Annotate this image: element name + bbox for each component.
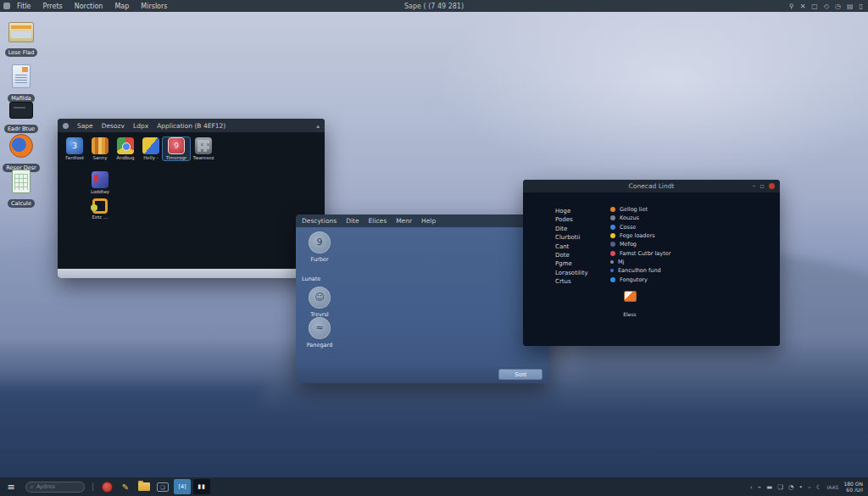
app-item-fantlost[interactable]: 3 Fantlost xyxy=(61,137,88,160)
taskbar-pause-button[interactable]: ▮▮ xyxy=(193,479,210,494)
category-item[interactable]: Lorasotility xyxy=(555,269,588,277)
menubar-item-mirslors[interactable]: Mirslors xyxy=(141,3,167,10)
spreadsheet-icon xyxy=(12,170,31,193)
wallpaper-glow xyxy=(434,12,868,184)
maximize-icon[interactable]: ▫ xyxy=(760,182,765,190)
app-item-loddtay[interactable]: Loddtay xyxy=(86,171,114,194)
app-menu-button[interactable]: ≡ xyxy=(0,477,22,496)
app-item-sanny[interactable]: Sanny xyxy=(86,137,114,160)
link-icon[interactable]: ⌁ xyxy=(758,483,762,491)
window1-menu-application[interactable]: Application (B 4EF12) xyxy=(157,122,225,130)
status-dot-icon xyxy=(610,242,615,247)
desktop-icon-mafilda[interactable]: Mafilda xyxy=(0,64,42,106)
option-item[interactable]: Eanculhon fund xyxy=(610,266,670,275)
app-item-twaresez[interactable]: Twaresez xyxy=(190,137,217,160)
window1-menu-sape[interactable]: Sape xyxy=(77,122,93,130)
window-icon[interactable]: ▢ xyxy=(811,3,818,10)
search-input[interactable] xyxy=(36,483,75,490)
taskbar-app-viewer[interactable]: ❑ xyxy=(155,479,170,494)
taskbar-clock[interactable]: 180 ON 60 /U/l xyxy=(843,481,863,493)
night-icon[interactable]: ☾ xyxy=(816,483,822,491)
settings-item-trevrsl[interactable]: ☺ Trevrsl xyxy=(298,287,342,318)
keyboard-icon[interactable]: ▤ xyxy=(847,3,854,10)
dash-icon[interactable]: – xyxy=(808,483,811,491)
close-icon[interactable] xyxy=(769,183,775,189)
desktop-icon-lese-flad[interactable]: Lese Flad xyxy=(0,22,42,60)
minimize-icon[interactable]: – xyxy=(753,182,756,190)
menubar-item-file[interactable]: Fitle xyxy=(17,3,31,10)
clock-icon[interactable]: ◔ xyxy=(788,483,794,491)
window3-titlebar[interactable]: Conecad Lindt – ▫ xyxy=(523,180,780,192)
option-item[interactable]: Gellog liet xyxy=(610,205,670,214)
taskbar-app-record[interactable] xyxy=(99,479,114,494)
option-item[interactable]: Kouzus xyxy=(610,214,670,222)
category-item[interactable]: Podes xyxy=(555,215,588,224)
settings-item-furber[interactable]: 9 Furber xyxy=(298,231,342,263)
category-item[interactable]: Dote xyxy=(555,251,588,259)
menubar-item-map[interactable]: Map xyxy=(114,3,129,10)
option-item[interactable]: Fongutory xyxy=(610,275,670,283)
app-icon xyxy=(142,137,159,154)
app-label: Eetc ... xyxy=(86,215,114,220)
taskbar-search[interactable]: ⌕ xyxy=(25,482,85,493)
close-icon[interactable]: ✕ xyxy=(800,3,806,10)
desktop-icon-eadr-btue[interactable]: Eadr Btue xyxy=(0,102,42,137)
panegard-icon: ≈ xyxy=(309,317,331,339)
shape-icon[interactable]: ◇ xyxy=(824,3,829,10)
window1-titlebar[interactable]: Sape Desozv Ldpx Application (B 4EF12) ▴ xyxy=(58,119,325,132)
option-item[interactable]: Mj xyxy=(610,258,670,266)
option-label: Fege loaders xyxy=(620,232,655,239)
category-item[interactable]: Clurbotii xyxy=(555,233,588,242)
option-label: Kouzus xyxy=(620,215,639,221)
app-item-eetc[interactable]: Eetc ... xyxy=(86,198,114,220)
distro-logo-icon[interactable] xyxy=(3,3,10,9)
window1-menu-desozv[interactable]: Desozv xyxy=(102,122,125,130)
menubar-item-norction[interactable]: Norction xyxy=(75,3,103,10)
category-item[interactable]: Cant xyxy=(555,242,588,251)
window2-menu-help[interactable]: Help xyxy=(421,217,436,225)
folder-item-eless[interactable]: Eless xyxy=(613,291,647,320)
window-icon[interactable]: ❏ xyxy=(777,483,783,491)
app-label: Timerogr xyxy=(163,155,190,160)
taskbar-app-files[interactable] xyxy=(136,479,152,494)
chevron-left-icon[interactable]: ‹ xyxy=(750,483,753,491)
app-label: Sanny xyxy=(86,155,114,160)
app-item-helly[interactable]: Helly - xyxy=(137,137,164,160)
sont-button[interactable]: Sont xyxy=(498,369,542,380)
taskbar-workspace-active[interactable]: [4] xyxy=(174,479,191,494)
window2-menu-dite[interactable]: Dite xyxy=(346,217,359,225)
display-icon[interactable]: ▬ xyxy=(766,483,772,491)
window1-menu-ldpx[interactable]: Ldpx xyxy=(133,122,148,130)
category-item[interactable]: Hoge xyxy=(555,207,588,215)
category-item[interactable]: Pgme xyxy=(555,259,588,268)
window2-menu-menr[interactable]: Menr xyxy=(396,217,412,225)
app-icon xyxy=(92,198,108,214)
window2-titlebar[interactable]: Descytions Dite Elices Menr Help × xyxy=(296,215,549,227)
option-item[interactable]: Fege loaders xyxy=(610,231,670,240)
top-menubar: Fitle Prrets Norction Map Mirslors Sape … xyxy=(0,0,868,12)
category-item[interactable]: Crtus xyxy=(555,277,588,286)
app-item-andbug[interactable]: Andbug xyxy=(112,137,139,160)
window2-menu-descytions[interactable]: Descytions xyxy=(302,217,337,225)
option-item[interactable]: Mefog xyxy=(610,240,670,248)
category-item[interactable]: Dite xyxy=(555,225,588,233)
desktop-icon-calcule[interactable]: Calcule xyxy=(0,170,42,211)
window2-menu-elices[interactable]: Elices xyxy=(369,217,387,225)
taskbar-separator: | xyxy=(92,482,94,491)
status-dot-icon xyxy=(610,269,614,272)
folder-icon xyxy=(138,482,150,491)
option-label: Mj xyxy=(618,259,624,265)
option-item[interactable]: Famst Cutbr layter xyxy=(610,248,670,257)
dot-icon[interactable]: • xyxy=(799,483,803,491)
option-item[interactable]: Cosse xyxy=(610,223,670,231)
app-item-timerogr-selected[interactable]: 9 Timerogr xyxy=(163,137,190,160)
taskbar-app-editor[interactable]: ✎ xyxy=(118,479,133,494)
battery-icon[interactable]: ▯ xyxy=(860,3,863,10)
settings-item-panegard[interactable]: ≈ Panegard xyxy=(298,317,342,348)
menubar-item-prrets[interactable]: Prrets xyxy=(43,3,63,10)
clock-icon[interactable]: ◷ xyxy=(835,3,841,10)
signal-icon[interactable]: ⚲ xyxy=(789,3,794,10)
collapse-icon[interactable]: ▴ xyxy=(316,122,320,130)
settings-item-lunate[interactable]: Lunate xyxy=(302,276,320,282)
system-tray: ‹ ⌁ ▬ ❏ ◔ • – ☾ IAAS 180 ON 60 /U/l xyxy=(750,481,868,493)
